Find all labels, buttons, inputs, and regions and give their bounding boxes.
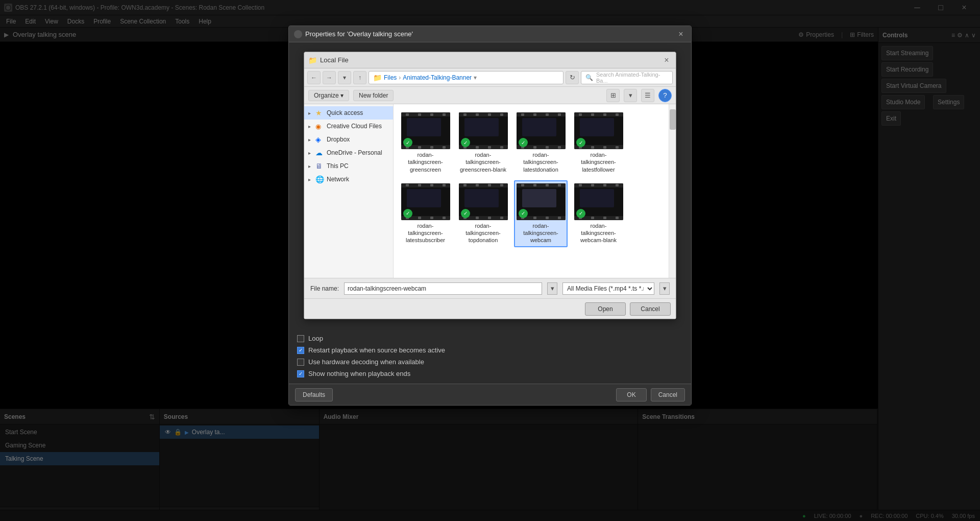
fb-close-button[interactable]: × bbox=[662, 55, 672, 65]
file-browser-container: 📁 Local File × ← → ▾ ↑ 📁 Files › Anim bbox=[289, 42, 691, 328]
fb-new-folder-button[interactable]: New folder bbox=[353, 90, 394, 101]
film-hole bbox=[546, 146, 549, 149]
film-hole bbox=[579, 184, 582, 186]
fb-organize-button[interactable]: Organize ▾ bbox=[308, 90, 349, 101]
fb-title-bar: 📁 Local File × bbox=[304, 52, 676, 68]
fb-help-button[interactable]: ? bbox=[658, 89, 672, 102]
defaults-button[interactable]: Defaults bbox=[295, 388, 333, 401]
film-hole bbox=[488, 146, 491, 149]
fb-tree-this-pc[interactable]: ▸ 🖥 This PC bbox=[304, 159, 393, 173]
properties-close-button[interactable]: × bbox=[676, 29, 686, 39]
film-strip-top-1 bbox=[459, 112, 508, 116]
film-hole bbox=[418, 113, 421, 116]
film-strip-top-0 bbox=[401, 112, 450, 116]
fb-up-button[interactable]: ↑ bbox=[353, 71, 366, 84]
file-item-latestdonation[interactable]: ✓ rodan-talkingscreen-latestdonation bbox=[514, 109, 568, 176]
film-hole bbox=[500, 184, 503, 186]
creative-cloud-chevron: ▸ bbox=[308, 124, 313, 129]
properties-dialog-footer: Defaults OK Cancel bbox=[289, 384, 691, 405]
fb-open-button[interactable]: Open bbox=[585, 302, 626, 316]
fb-toolbar: Organize ▾ New folder ⊞ ▾ ☰ ? bbox=[304, 87, 676, 104]
file-label-3: rodan-talkingscreen-latestfollower bbox=[575, 151, 622, 173]
film-hole bbox=[603, 217, 606, 219]
fb-filename-input[interactable] bbox=[344, 282, 542, 295]
fb-breadcrumb-item1[interactable]: Files bbox=[384, 74, 397, 81]
film-hole bbox=[476, 146, 479, 149]
fb-address-bar: ← → ▾ ↑ 📁 Files › Animated-Talking-Banne… bbox=[304, 68, 676, 87]
film-hole bbox=[533, 146, 536, 149]
fb-tree-network[interactable]: ▸ 🌐 Network bbox=[304, 173, 393, 186]
prop-dialog-actions: OK Cancel bbox=[616, 388, 685, 401]
fb-filename-row: File name: ▾ All Media Files (*.mp4 *.ts… bbox=[304, 278, 676, 298]
file-item-greenscreen[interactable]: ✓ rodan-talkingscreen-greenscreen bbox=[399, 109, 452, 176]
film-hole bbox=[500, 146, 503, 149]
restart-label: Restart playback when source becomes act… bbox=[308, 346, 445, 354]
file-item-latestsubscriber[interactable]: ✓ rodan-talkingscreen-latestsubscriber bbox=[399, 180, 452, 247]
properties-dialog-title-bar: Properties for 'Overlay talking scene' × bbox=[289, 26, 691, 42]
film-hole bbox=[463, 113, 467, 116]
fb-title-icon: 📁 bbox=[308, 56, 317, 64]
fb-tree-creative-cloud[interactable]: ▸ ◉ Creative Cloud Files bbox=[304, 120, 393, 133]
film-hole bbox=[476, 113, 479, 116]
film-strip-top-5 bbox=[459, 183, 508, 187]
film-hole bbox=[430, 146, 433, 149]
loop-checkbox[interactable] bbox=[297, 335, 304, 342]
quick-access-star-icon: ★ bbox=[315, 109, 325, 117]
fb-filetype-dropdown-button[interactable]: ▾ bbox=[659, 282, 670, 295]
fb-view-dropdown-button[interactable]: ▾ bbox=[624, 89, 637, 102]
prop-cancel-button[interactable]: Cancel bbox=[651, 388, 685, 401]
fb-tree-dropbox[interactable]: ▸ ◈ Dropbox bbox=[304, 133, 393, 146]
fb-tree-onedrive[interactable]: ▸ ☁ OneDrive - Personal bbox=[304, 146, 393, 159]
fb-scrollbar[interactable] bbox=[669, 104, 676, 278]
fb-scrollbar-thumb[interactable] bbox=[670, 109, 676, 130]
file-item-webcam[interactable]: ✓ rodan-talkingscreen-webcam bbox=[514, 180, 568, 247]
file-item-topdonation[interactable]: ✓ rodan-talkingscreen-topdonation bbox=[456, 180, 510, 247]
fb-filetype-select[interactable]: All Media Files (*.mp4 *.ts *.mov bbox=[562, 282, 654, 295]
film-hole bbox=[591, 217, 594, 219]
onedrive-chevron: ▸ bbox=[308, 150, 313, 156]
hardware-checkbox[interactable] bbox=[297, 359, 304, 366]
fb-tree-quick-access[interactable]: ▸ ★ Quick access bbox=[304, 106, 393, 120]
file-thumb-img-3: ✓ bbox=[574, 112, 623, 149]
this-pc-chevron: ▸ bbox=[308, 163, 313, 169]
restart-checkbox[interactable] bbox=[297, 347, 304, 354]
film-hole bbox=[616, 113, 619, 116]
fb-dropdown-button[interactable]: ▾ bbox=[338, 71, 351, 84]
file-check-5: ✓ bbox=[461, 209, 470, 218]
show-nothing-checkbox[interactable] bbox=[297, 370, 304, 377]
fb-filename-dropdown-button[interactable]: ▾ bbox=[547, 282, 557, 295]
fb-content-wrapper: ✓ rodan-talkingscreen-greenscreen bbox=[394, 104, 676, 278]
file-label-2: rodan-talkingscreen-latestdonation bbox=[517, 151, 565, 173]
film-hole bbox=[603, 146, 606, 149]
film-hole bbox=[558, 113, 561, 116]
fb-refresh-button[interactable]: ↻ bbox=[566, 71, 579, 84]
film-hole bbox=[558, 184, 561, 186]
film-hole bbox=[616, 217, 619, 219]
file-thumb-img-0: ✓ bbox=[401, 112, 450, 149]
film-hole bbox=[533, 217, 536, 219]
film-hole bbox=[476, 217, 479, 219]
file-label-0: rodan-talkingscreen-greenscreen bbox=[402, 151, 449, 173]
fb-breadcrumb-item2[interactable]: Animated-Talking-Banner bbox=[403, 74, 472, 81]
file-thumb-img-5: ✓ bbox=[459, 183, 508, 220]
file-item-webcam-blank[interactable]: ✓ rodan-talkingscreen-webcam-blank bbox=[572, 180, 625, 247]
file-check-3: ✓ bbox=[576, 138, 585, 147]
fb-view-details-button[interactable]: ☰ bbox=[641, 89, 654, 102]
fb-search-placeholder[interactable]: Search Animated-Talking-Ba... bbox=[596, 72, 668, 84]
fb-cancel-button[interactable]: Cancel bbox=[630, 302, 671, 316]
prop-checkbox-restart: Restart playback when source becomes act… bbox=[297, 346, 683, 354]
breadcrumb-dropdown-btn[interactable]: ▾ bbox=[474, 74, 477, 81]
search-icon: 🔍 bbox=[585, 74, 593, 81]
fb-back-button[interactable]: ← bbox=[307, 71, 321, 84]
fb-view-icons-button[interactable]: ⊞ bbox=[606, 89, 620, 102]
fb-forward-button[interactable]: → bbox=[323, 71, 336, 84]
onedrive-icon: ☁ bbox=[315, 149, 325, 157]
file-item-greenscreen-blank[interactable]: ✓ rodan-talkingscreen-greenscreen-blank bbox=[456, 109, 510, 176]
prop-ok-button[interactable]: OK bbox=[616, 388, 646, 401]
fb-nav-tree: ▸ ★ Quick access ▸ ◉ Creative Cloud File… bbox=[304, 104, 394, 278]
show-nothing-label: Show nothing when playback ends bbox=[308, 370, 410, 377]
file-item-latestfollower[interactable]: ✓ rodan-talkingscreen-latestfollower bbox=[572, 109, 625, 176]
obs-dialog-icon bbox=[294, 30, 302, 38]
film-hole bbox=[463, 184, 467, 186]
dropbox-label: Dropbox bbox=[327, 136, 350, 143]
